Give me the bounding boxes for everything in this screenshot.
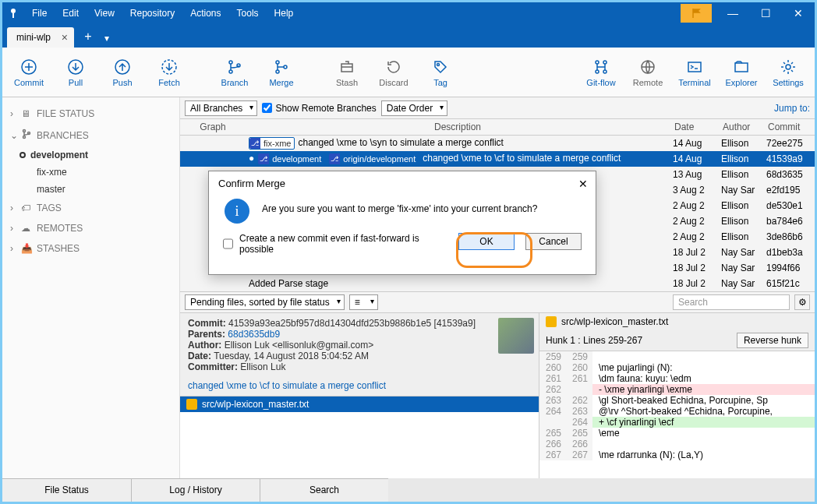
svg-point-9 — [276, 61, 279, 64]
modified-icon — [186, 399, 197, 410]
svg-rect-20 — [735, 63, 748, 72]
minimize-button[interactable]: — — [716, 2, 749, 24]
app-logo — [2, 2, 24, 24]
sidebar-stashes[interactable]: ›📥STASHES — [2, 238, 179, 259]
tag-icon: 🏷 — [21, 203, 37, 213]
svg-point-7 — [229, 70, 232, 73]
tab-label: mini-wlp — [16, 32, 51, 43]
remote-button[interactable]: Remote — [624, 58, 671, 87]
file-item[interactable]: src/wlp-lexicon_master.txt — [180, 397, 539, 412]
tab-search[interactable]: Search — [260, 478, 388, 502]
sidebar-filestatus[interactable]: ›🖥FILE STATUS — [2, 104, 179, 124]
fetch-button[interactable]: Fetch — [146, 58, 193, 87]
explorer-button[interactable]: Explorer — [718, 58, 765, 87]
info-icon: i — [225, 199, 249, 224]
maximize-button[interactable]: ☐ — [749, 2, 782, 24]
menu-tools[interactable]: Tools — [229, 2, 267, 24]
col-desc[interactable]: Description — [246, 119, 670, 135]
push-button[interactable]: Push — [99, 58, 146, 87]
tag-button[interactable]: Tag — [417, 58, 464, 87]
avatar — [498, 318, 534, 354]
sidebar-item-master[interactable]: master — [2, 181, 179, 198]
date-order-select[interactable]: Date Order — [381, 100, 447, 116]
sidebar-item-development[interactable]: development — [2, 146, 179, 164]
show-remote-checkbox[interactable]: Show Remote Branches — [262, 103, 376, 114]
svg-point-16 — [603, 61, 607, 64]
flag-icon[interactable] — [681, 4, 712, 23]
svg-rect-1 — [12, 13, 14, 18]
svg-point-23 — [23, 136, 26, 139]
svg-point-15 — [596, 70, 599, 73]
repo-tab[interactable]: mini-wlp × — [7, 27, 74, 48]
col-date[interactable]: Date — [670, 119, 718, 135]
stash-button[interactable]: Stash — [324, 58, 370, 87]
close-button[interactable]: ✕ — [782, 2, 815, 24]
tab-dropdown-icon[interactable]: ▾ — [101, 29, 113, 48]
commit-info: Commit: 41539a93ea25bf957d8d14304dfd253b… — [180, 313, 539, 396]
tab-file-status[interactable]: File Status — [2, 478, 131, 502]
svg-rect-19 — [688, 62, 701, 72]
svg-point-0 — [11, 9, 16, 13]
tab-close-icon[interactable]: × — [62, 31, 68, 44]
menu-repository[interactable]: Repository — [122, 2, 182, 24]
dialog-close-icon[interactable]: ✕ — [578, 178, 588, 190]
sidebar-item-fixxme[interactable]: fix-xme — [2, 164, 179, 181]
archive-icon: 📥 — [21, 243, 37, 254]
settings-button[interactable]: Settings — [765, 58, 812, 87]
branch-button[interactable]: Branch — [211, 58, 258, 87]
svg-point-11 — [284, 65, 287, 69]
svg-rect-12 — [341, 64, 352, 72]
svg-point-10 — [276, 70, 279, 73]
fast-forward-checkbox[interactable]: Create a new commit even if fast-forward… — [223, 233, 447, 255]
commit-row[interactable]: ⎇fix-xmechanged \xme to \syn to simulate… — [180, 136, 815, 151]
menu-edit[interactable]: Edit — [55, 2, 87, 24]
ok-button[interactable]: OK — [458, 233, 515, 250]
menu-view[interactable]: View — [87, 2, 122, 24]
jump-to-link[interactable]: Jump to: — [774, 103, 810, 114]
svg-point-17 — [603, 70, 607, 73]
merge-button[interactable]: Merge — [258, 58, 305, 87]
dialog-title: Confirm Merge — [209, 171, 596, 196]
terminal-button[interactable]: Terminal — [671, 58, 718, 87]
commit-button[interactable]: Commit — [5, 58, 52, 87]
hunk-header: Hunk 1 : Lines 259-267Reverse hunk — [539, 330, 815, 351]
modified-icon — [546, 316, 557, 327]
commit-row[interactable]: Added Parse stage18 Jul 2Nay Sar615f21c — [180, 276, 815, 291]
reverse-hunk-button[interactable]: Reverse hunk — [737, 333, 808, 348]
pull-button[interactable]: Pull — [52, 58, 99, 87]
sidebar-remotes[interactable]: ›☁REMOTES — [2, 218, 179, 238]
col-graph[interactable]: Graph — [180, 119, 246, 135]
menu-file[interactable]: File — [24, 2, 55, 24]
svg-point-13 — [437, 63, 440, 65]
tab-log-history[interactable]: Log / History — [131, 478, 260, 502]
confirm-merge-dialog: Confirm Merge ✕ i Are you sure you want … — [208, 171, 596, 275]
search-input[interactable]: Search — [673, 294, 790, 310]
new-tab-button[interactable]: + — [79, 27, 97, 46]
commit-row[interactable]: ●⎇development⎇origin/developmentchanged … — [180, 151, 815, 167]
svg-point-22 — [23, 130, 26, 132]
menu-actions[interactable]: Actions — [182, 2, 228, 24]
branch-icon — [21, 129, 37, 142]
menu-help[interactable]: Help — [267, 2, 302, 24]
svg-point-14 — [596, 61, 599, 64]
view-mode-select[interactable]: ≡ — [349, 294, 378, 310]
dialog-message: Are you sure you want to merge 'fix-xme'… — [262, 199, 537, 214]
gear-icon[interactable]: ⚙ — [794, 294, 810, 310]
discard-button[interactable]: Discard — [370, 58, 417, 87]
col-author[interactable]: Author — [718, 119, 763, 135]
svg-point-21 — [786, 65, 790, 69]
diff-file-path: src/wlp-lexicon_master.txt — [539, 313, 815, 330]
monitor-icon: 🖥 — [21, 108, 37, 119]
pending-files-select[interactable]: Pending files, sorted by file status — [185, 294, 345, 310]
cancel-button[interactable]: Cancel — [525, 233, 582, 250]
col-commit[interactable]: Commit — [763, 119, 815, 135]
svg-point-6 — [229, 61, 232, 64]
sidebar-branches[interactable]: ⌄BRANCHES — [2, 124, 179, 146]
sidebar-tags[interactable]: ›🏷TAGS — [2, 198, 179, 218]
cloud-icon: ☁ — [21, 223, 37, 234]
gitflow-button[interactable]: Git-flow — [578, 58, 624, 87]
branch-filter-select[interactable]: All Branches — [185, 100, 257, 116]
